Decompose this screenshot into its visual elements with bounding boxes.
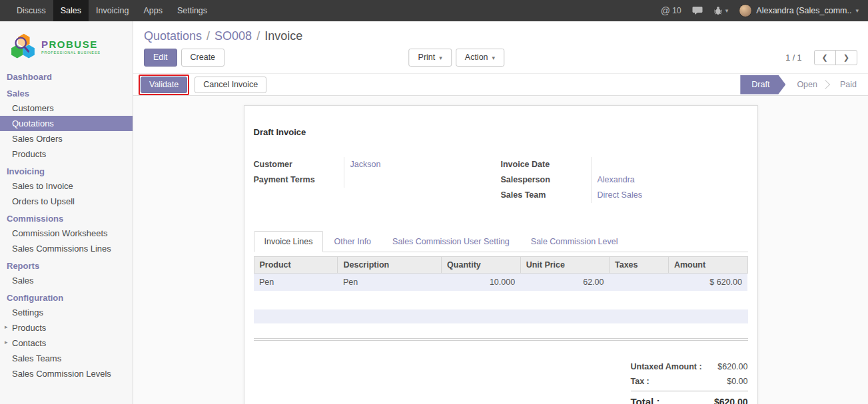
invoice-line-row[interactable]: Pen Pen 10.000 62.00 $ 620.00 (254, 274, 747, 292)
nav-app-discuss[interactable]: Discuss (9, 0, 53, 21)
column-header-unit-price[interactable]: Unit Price (520, 257, 609, 274)
logo-title: PROBUSE (41, 39, 101, 50)
notebook-tabs: Invoice Lines Other Info Sales Commissio… (254, 231, 748, 252)
nav-app-settings[interactable]: Settings (170, 0, 215, 21)
sidebar-item-sales-to-invoice[interactable]: Sales to Invoice (0, 178, 133, 194)
nav-app-sales[interactable]: Sales (53, 0, 89, 21)
form-content: Draft Invoice Customer Jackson Payment T… (133, 96, 868, 404)
pager-previous-button[interactable]: ❮ (814, 50, 836, 65)
right-field-group: Invoice Date Salesperson Alexandra Sales… (501, 157, 748, 203)
print-dropdown-button[interactable]: Print▾ (409, 49, 452, 67)
sidebar-item-reports-sales[interactable]: Sales (0, 273, 133, 288)
sales-team-value[interactable]: Direct Sales (591, 188, 748, 203)
column-header-quantity[interactable]: Quantity (442, 257, 521, 274)
column-header-amount[interactable]: Amount (668, 257, 747, 274)
status-step-paid[interactable]: Paid (829, 75, 868, 95)
tab-sales-commission-user-setting[interactable]: Sales Commission User Setting (382, 231, 520, 252)
tax-row: Tax : $0.00 (631, 374, 748, 389)
sidebar-item-config-products[interactable]: ▸ Products (0, 320, 133, 335)
breadcrumb-so008[interactable]: SO008 (215, 29, 252, 43)
invoice-date-label: Invoice Date (501, 157, 591, 172)
section-divider (254, 338, 748, 341)
tax-value: $0.00 (727, 377, 747, 386)
sidebar-item-label: Products (12, 323, 46, 333)
action-label: Action (465, 53, 488, 62)
edit-button[interactable]: Edit (144, 49, 177, 67)
user-name: Alexandra (Sales_comm.. (756, 6, 851, 15)
logo-subtitle: PROFESSIONAL BUSINESS (41, 51, 101, 55)
sidebar-item-quotations[interactable]: Quotations (0, 116, 133, 131)
cell-description: Pen (338, 274, 442, 292)
logo-text: PROBUSE PROFESSIONAL BUSINESS (41, 39, 101, 55)
sidebar-item-sales-commissions-lines[interactable]: Sales Commissions Lines (0, 241, 133, 256)
create-button[interactable]: Create (181, 49, 225, 67)
nav-app-apps[interactable]: Apps (136, 0, 170, 21)
empty-list-stripe (254, 309, 748, 323)
sidebar-item-sales-orders[interactable]: Sales Orders (0, 131, 133, 146)
probuse-logo-icon (8, 32, 37, 61)
sidebar-item-config-contacts[interactable]: ▸ Contacts (0, 335, 133, 351)
sidebar-heading-dashboard[interactable]: Dashboard (0, 71, 133, 84)
validate-button[interactable]: Validate (141, 77, 187, 93)
submenu-arrow-icon: ▸ (5, 323, 8, 330)
sidebar-item-sales-commission-levels[interactable]: Sales Commission Levels (0, 366, 133, 381)
total-value: $620.00 (714, 397, 748, 404)
caret-down-icon: ▾ (855, 7, 859, 14)
user-menu[interactable]: Alexandra (Sales_comm.. ▾ (739, 4, 859, 17)
action-dropdown-button[interactable]: Action▾ (456, 49, 504, 67)
control-panel: Edit Create Print▾ Action▾ 1 / 1 ❮ ❯ (133, 45, 868, 74)
cell-taxes (610, 274, 669, 292)
column-header-product[interactable]: Product (254, 257, 338, 274)
user-avatar (739, 4, 752, 17)
sidebar-item-products[interactable]: Products (0, 146, 133, 162)
totals-block: Untaxed Amount : $620.00 Tax : $0.00 Tot… (631, 359, 748, 404)
untaxed-amount-value: $620.00 (717, 362, 747, 371)
probuse-logo: PROBUSE PROFESSIONAL BUSINESS (0, 29, 133, 71)
sidebar-heading-commissions[interactable]: Commissions (0, 209, 133, 226)
invoice-lines-table: Product Description Quantity Unit Price … (254, 256, 748, 291)
debug-menu[interactable]: ▾ (713, 6, 729, 15)
column-header-description[interactable]: Description (338, 257, 442, 274)
payment-terms-value (344, 172, 501, 188)
at-icon: @ (661, 5, 670, 16)
tab-invoice-lines[interactable]: Invoice Lines (254, 231, 324, 252)
breadcrumb: Quotations/SO008/Invoice (133, 21, 868, 45)
status-step-open[interactable]: Open (785, 75, 829, 95)
sidebar-item-commission-worksheets[interactable]: Commission Worksheets (0, 226, 133, 241)
app-menu: Discuss Sales Invoicing Apps Settings (9, 0, 215, 21)
pager-count: 1 / 1 (785, 53, 801, 63)
sidebar-heading-reports[interactable]: Reports (0, 256, 133, 273)
sidebar-heading-sales[interactable]: Sales (0, 84, 133, 101)
nav-app-invoicing[interactable]: Invoicing (89, 0, 136, 21)
main-area: Quotations/SO008/Invoice Edit Create Pri… (133, 21, 868, 404)
caret-down-icon: ▾ (492, 55, 496, 62)
sidebar-item-sales-teams[interactable]: Sales Teams (0, 351, 133, 366)
caret-down-icon: ▾ (725, 7, 729, 14)
sidebar-heading-configuration[interactable]: Configuration (0, 288, 133, 305)
sidebar-item-orders-to-upsell[interactable]: Orders to Upsell (0, 194, 133, 209)
tab-other-info[interactable]: Other Info (323, 231, 382, 252)
cell-product: Pen (254, 274, 338, 292)
customer-value[interactable]: Jackson (344, 157, 501, 172)
sidebar: PROBUSE PROFESSIONAL BUSINESS Dashboard … (0, 21, 133, 404)
breadcrumb-separator: / (256, 29, 260, 43)
status-step-draft[interactable]: Draft (740, 75, 785, 95)
submenu-arrow-icon: ▸ (5, 339, 8, 345)
column-header-taxes[interactable]: Taxes (610, 257, 669, 274)
breadcrumb-separator: / (207, 29, 210, 43)
sidebar-item-label: Contacts (12, 338, 46, 348)
cancel-invoice-button[interactable]: Cancel Invoice (195, 77, 266, 93)
messages-menu[interactable] (692, 6, 703, 15)
mentions-menu[interactable]: @ 10 (661, 5, 681, 16)
tab-sale-commission-level[interactable]: Sale Commission Level (520, 231, 629, 252)
salesperson-value[interactable]: Alexandra (591, 172, 748, 188)
chevron-left-icon: ❮ (822, 53, 828, 61)
sidebar-item-customers[interactable]: Customers (0, 101, 133, 116)
breadcrumb-current: Invoice (264, 29, 302, 43)
breadcrumb-quotations[interactable]: Quotations (144, 29, 202, 43)
sidebar-item-settings[interactable]: Settings (0, 305, 133, 320)
sidebar-heading-invoicing[interactable]: Invoicing (0, 162, 133, 178)
cell-unit-price: 62.00 (520, 274, 609, 292)
pager-next-button[interactable]: ❯ (835, 50, 857, 65)
chevron-right-icon: ❯ (843, 53, 849, 61)
